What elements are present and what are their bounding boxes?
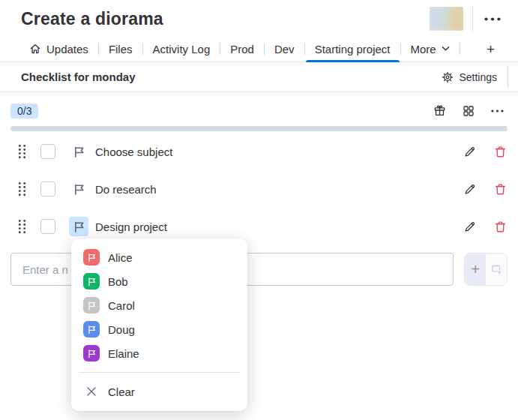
option-label: Doug bbox=[108, 323, 135, 336]
dropdown-option-carol[interactable]: Carol bbox=[71, 293, 247, 317]
tab-separator bbox=[460, 43, 460, 55]
trash-icon bbox=[494, 146, 507, 158]
add-item-button[interactable]: + bbox=[465, 254, 486, 285]
option-label: Elaine bbox=[108, 347, 139, 360]
trash-icon bbox=[494, 183, 507, 196]
settings-label: Settings bbox=[459, 71, 497, 83]
grid-icon bbox=[463, 105, 475, 117]
edit-item-button[interactable] bbox=[461, 218, 478, 236]
edit-item-button[interactable] bbox=[461, 181, 478, 198]
tab-prod[interactable]: Prod bbox=[220, 36, 264, 62]
delete-item-button[interactable] bbox=[492, 181, 509, 198]
checklist-item-row: Choose subject bbox=[0, 133, 518, 170]
dropdown-divider bbox=[79, 372, 240, 373]
section-title: Checklist for monday bbox=[21, 70, 136, 83]
tab-starting-project[interactable]: Starting project bbox=[305, 36, 400, 62]
item-checkbox[interactable] bbox=[40, 182, 55, 196]
new-item-buttons: + bbox=[464, 253, 508, 286]
settings-button[interactable]: Settings bbox=[442, 71, 497, 83]
row-actions bbox=[461, 181, 509, 198]
flag-badge bbox=[83, 345, 100, 362]
progress-bar bbox=[10, 126, 508, 131]
drag-handle[interactable] bbox=[18, 182, 26, 196]
edit-item-button[interactable] bbox=[461, 143, 478, 160]
grid-view-button[interactable] bbox=[460, 103, 477, 119]
tab-more[interactable]: More bbox=[401, 36, 460, 62]
flag-badge bbox=[83, 273, 100, 290]
flag-icon bbox=[73, 146, 85, 158]
more-options-button[interactable] bbox=[489, 107, 506, 115]
section-header: Checklist for monday Settings bbox=[0, 62, 518, 92]
dropdown-option-alice[interactable]: Alice bbox=[71, 245, 247, 269]
row-actions bbox=[461, 218, 509, 236]
progress-count-badge: 0/3 bbox=[10, 104, 38, 118]
dropdown-option-bob[interactable]: Bob bbox=[71, 269, 247, 293]
tab-dev[interactable]: Dev bbox=[265, 36, 304, 62]
gear-icon bbox=[442, 71, 454, 83]
drag-handle[interactable] bbox=[18, 144, 26, 159]
checklist-item-row: Do research bbox=[0, 170, 518, 208]
page-title: Create a diorama bbox=[21, 9, 163, 29]
tab-label: Starting project bbox=[315, 43, 391, 56]
gift-icon bbox=[433, 104, 446, 117]
checklist-toolbar: 0/3 bbox=[0, 92, 518, 126]
tab-label: Activity Log bbox=[153, 43, 211, 56]
pencil-icon bbox=[463, 220, 476, 233]
app-header: Create a diorama bbox=[0, 0, 518, 36]
item-checkbox[interactable] bbox=[40, 144, 55, 159]
pencil-icon bbox=[463, 183, 476, 196]
trash-icon bbox=[494, 220, 507, 233]
header-divider bbox=[472, 6, 473, 32]
checklist: Choose subject bbox=[0, 131, 518, 245]
ellipsis-icon bbox=[491, 110, 504, 112]
ellipsis-icon bbox=[484, 17, 501, 21]
tab-label: Files bbox=[109, 43, 133, 56]
checklist-app-window: Create a diorama Updates Files bbox=[0, 0, 518, 286]
delete-item-button[interactable] bbox=[492, 218, 509, 236]
option-label: Alice bbox=[108, 251, 133, 264]
option-label: Carol bbox=[108, 299, 135, 312]
flag-plus-icon bbox=[490, 263, 502, 275]
tab-files[interactable]: Files bbox=[99, 36, 142, 62]
gift-button[interactable] bbox=[431, 102, 448, 119]
item-label: Do research bbox=[95, 183, 157, 196]
tab-label: More bbox=[411, 43, 436, 56]
add-tab-button[interactable]: + bbox=[474, 42, 508, 56]
close-icon bbox=[83, 386, 100, 397]
flag-button[interactable] bbox=[69, 179, 88, 199]
tab-label: Prod bbox=[230, 43, 254, 56]
option-label: Bob bbox=[108, 275, 128, 288]
flag-badge bbox=[83, 249, 100, 266]
tab-label: Updates bbox=[46, 43, 88, 56]
flag-badge bbox=[83, 321, 100, 338]
flag-button-selected[interactable] bbox=[69, 217, 88, 236]
clear-label: Clear bbox=[108, 386, 135, 398]
pencil-icon bbox=[463, 146, 476, 158]
home-icon bbox=[29, 43, 41, 55]
item-checkbox[interactable] bbox=[40, 219, 55, 234]
tab-bar: Updates Files Activity Log Prod Dev Star… bbox=[0, 36, 518, 62]
tab-updates[interactable]: Updates bbox=[19, 36, 98, 62]
toolbar-icons bbox=[431, 102, 506, 119]
delete-item-button[interactable] bbox=[492, 143, 509, 160]
dropdown-option-doug[interactable]: Doug bbox=[71, 317, 247, 341]
flag-badge bbox=[83, 297, 100, 314]
item-label: Choose subject bbox=[95, 146, 172, 158]
chevron-down-icon bbox=[442, 46, 450, 52]
add-flag-button[interactable] bbox=[486, 254, 507, 285]
drag-handle[interactable] bbox=[18, 219, 26, 234]
row-actions bbox=[461, 143, 509, 160]
tab-label: Dev bbox=[274, 43, 295, 56]
board-thumbnail[interactable] bbox=[430, 7, 463, 31]
dropdown-clear-option[interactable]: Clear bbox=[71, 380, 247, 404]
flag-icon bbox=[73, 183, 85, 196]
flag-icon bbox=[73, 220, 85, 233]
header-actions bbox=[430, 6, 503, 32]
board-menu-button[interactable] bbox=[482, 15, 503, 23]
tab-activity-log[interactable]: Activity Log bbox=[143, 36, 220, 62]
item-label: Design project bbox=[95, 220, 167, 233]
flag-button[interactable] bbox=[69, 142, 88, 161]
flag-assignee-dropdown: Alice Bob Carol Doug Elaine bbox=[71, 238, 247, 411]
dropdown-option-elaine[interactable]: Elaine bbox=[71, 341, 247, 365]
